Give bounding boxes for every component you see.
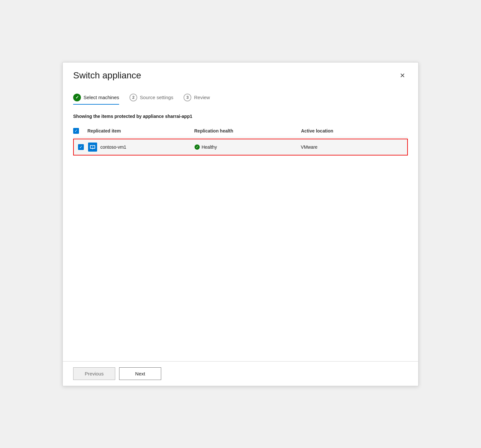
row-checkbox[interactable]: ✓ [78,144,84,150]
table-row[interactable]: ✓ contoso-vm1 [73,139,408,155]
close-icon: ✕ [400,72,405,79]
table-header-row: ✓ Replicated item Replication health Act… [73,125,408,137]
row-checkbox-cell: ✓ [74,144,88,150]
row-health-text: Healthy [202,144,217,150]
health-indicator: ✓ [195,144,200,150]
switch-appliance-dialog: Switch appliance ✕ ✓ Select machines 2 S… [62,62,419,386]
row-location-cell: VMware [301,144,407,150]
step-2-number: 2 [132,95,134,100]
close-button[interactable]: ✕ [397,70,408,81]
dialog-footer: Previous Next [63,361,418,386]
header-checkbox-cell: ✓ [73,128,87,134]
previous-label: Previous [85,371,104,376]
step-3-circle: 3 [184,94,191,101]
header-checkbox[interactable]: ✓ [73,128,79,134]
header-check-icon: ✓ [74,129,78,133]
info-text: Showing the items protected by appliance… [73,114,408,119]
svg-point-2 [92,146,93,147]
health-check-icon: ✓ [196,145,198,149]
column-header-location: Active location [301,128,408,133]
step-1-label: Select machines [84,95,119,100]
next-button[interactable]: Next [119,367,161,380]
row-check-icon: ✓ [79,145,83,149]
dialog-body: ✓ Select machines 2 Source settings 3 Re… [63,86,418,361]
svg-rect-3 [92,149,93,149]
row-health-cell: ✓ Healthy [195,144,301,150]
step-source-settings[interactable]: 2 Source settings [129,94,173,105]
step-2-circle: 2 [129,94,137,101]
dialog-title: Switch appliance [73,70,141,81]
vm-icon [88,143,97,152]
step-1-circle: ✓ [73,94,81,101]
dialog-header: Switch appliance ✕ [63,63,418,86]
column-header-health: Replication health [194,128,301,133]
column-header-name: Replicated item [87,128,194,133]
step-3-number: 3 [186,95,189,100]
steps-navigation: ✓ Select machines 2 Source settings 3 Re… [73,94,408,105]
step-2-label: Source settings [140,95,173,100]
previous-button[interactable]: Previous [73,367,115,380]
machines-table: ✓ Replicated item Replication health Act… [73,125,408,155]
row-name-cell: contoso-vm1 [88,143,195,152]
step-3-label: Review [194,95,210,100]
step-1-checkmark: ✓ [75,95,79,100]
step-review[interactable]: 3 Review [184,94,210,105]
next-label: Next [135,371,145,376]
row-vm-name: contoso-vm1 [100,144,126,150]
step-select-machines[interactable]: ✓ Select machines [73,94,119,105]
